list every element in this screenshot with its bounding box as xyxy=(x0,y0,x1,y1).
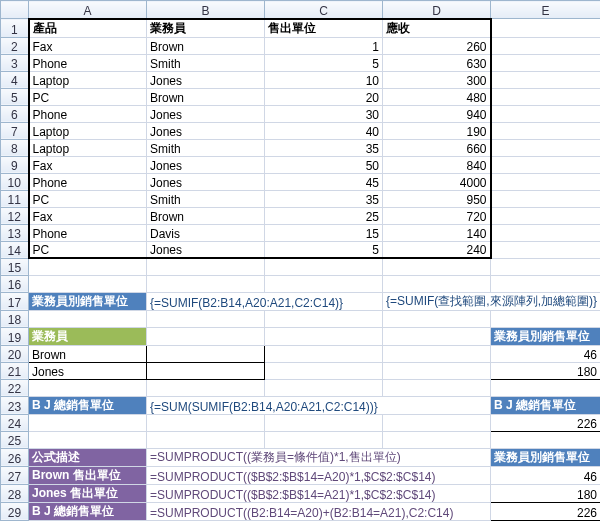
cell-E11[interactable] xyxy=(491,190,601,207)
cell-A3[interactable]: Phone xyxy=(29,54,147,71)
cell-C14[interactable]: 5 xyxy=(265,241,383,258)
cell-E6[interactable] xyxy=(491,105,601,122)
cell-E13[interactable] xyxy=(491,224,601,241)
row-27[interactable]: 27 xyxy=(1,466,29,484)
corner-cell[interactable] xyxy=(1,1,29,19)
row-29[interactable]: 29 xyxy=(1,502,29,520)
cell-B9[interactable]: Jones xyxy=(147,156,265,173)
cell-A29[interactable]: B J 總銷售單位 xyxy=(29,502,147,520)
cell-E27[interactable]: 46 xyxy=(491,466,601,484)
cell-C2[interactable]: 1 xyxy=(265,37,383,54)
row-28[interactable]: 28 xyxy=(1,484,29,502)
row-21[interactable]: 21 xyxy=(1,362,29,379)
cell-A6[interactable]: Phone xyxy=(29,105,147,122)
cell-D6[interactable]: 940 xyxy=(383,105,491,122)
cell-C4[interactable]: 10 xyxy=(265,71,383,88)
cell-A1[interactable]: 產品 xyxy=(29,19,147,38)
cell-E4[interactable] xyxy=(491,71,601,88)
col-A[interactable]: A xyxy=(29,1,147,19)
cell-A2[interactable]: Fax xyxy=(29,37,147,54)
cell-A10[interactable]: Phone xyxy=(29,173,147,190)
cell-B29[interactable]: =SUMPRODUCT((B2:B14=A20)+(B2:B14=A21),C2… xyxy=(147,502,491,520)
row-20[interactable]: 20 xyxy=(1,345,29,362)
cell-D8[interactable]: 660 xyxy=(383,139,491,156)
col-B[interactable]: B xyxy=(147,1,265,19)
cell-B3[interactable]: Smith xyxy=(147,54,265,71)
cell-C9[interactable]: 50 xyxy=(265,156,383,173)
cell-D1[interactable]: 應收 xyxy=(383,19,491,38)
cell-C11[interactable]: 35 xyxy=(265,190,383,207)
row-9[interactable]: 9 xyxy=(1,156,29,173)
row-5[interactable]: 5 xyxy=(1,88,29,105)
cell-D5[interactable]: 480 xyxy=(383,88,491,105)
cell-E8[interactable] xyxy=(491,139,601,156)
cell-E14[interactable] xyxy=(491,241,601,258)
spreadsheet-grid[interactable]: A B C D E 1 產品 業務員 售出單位 應收 2FaxBrown1260… xyxy=(0,0,600,521)
row-23[interactable]: 23 xyxy=(1,396,29,414)
row-2[interactable]: 2 xyxy=(1,37,29,54)
cell-B1[interactable]: 業務員 xyxy=(147,19,265,38)
cell-B8[interactable]: Smith xyxy=(147,139,265,156)
cell-E12[interactable] xyxy=(491,207,601,224)
cell-C6[interactable]: 30 xyxy=(265,105,383,122)
row-17[interactable]: 17 xyxy=(1,292,29,310)
row-4[interactable]: 4 xyxy=(1,71,29,88)
cell-A20[interactable]: Brown xyxy=(29,345,147,362)
cell-D11[interactable]: 950 xyxy=(383,190,491,207)
cell-E19[interactable]: 業務員別銷售單位 xyxy=(491,327,601,345)
cell-B4[interactable]: Jones xyxy=(147,71,265,88)
cell-E24[interactable]: 226 xyxy=(491,414,601,431)
row-16[interactable]: 16 xyxy=(1,275,29,292)
cell-C3[interactable]: 5 xyxy=(265,54,383,71)
cell-B7[interactable]: Jones xyxy=(147,122,265,139)
row-13[interactable]: 13 xyxy=(1,224,29,241)
cell-B2[interactable]: Brown xyxy=(147,37,265,54)
cell-C13[interactable]: 15 xyxy=(265,224,383,241)
cell-B6[interactable]: Jones xyxy=(147,105,265,122)
row-22[interactable]: 22 xyxy=(1,379,29,396)
cell-E2[interactable] xyxy=(491,37,601,54)
cell-E23[interactable]: B J 總銷售單位 xyxy=(491,396,601,414)
cell-C5[interactable]: 20 xyxy=(265,88,383,105)
cell-A26[interactable]: 公式描述 xyxy=(29,448,147,466)
row-26[interactable]: 26 xyxy=(1,448,29,466)
cell-B10[interactable]: Jones xyxy=(147,173,265,190)
cell-E3[interactable] xyxy=(491,54,601,71)
cell-D2[interactable]: 260 xyxy=(383,37,491,54)
row-7[interactable]: 7 xyxy=(1,122,29,139)
cell-A19[interactable]: 業務員 xyxy=(29,327,147,345)
cell-E1[interactable] xyxy=(491,19,601,38)
cell-B5[interactable]: Brown xyxy=(147,88,265,105)
cell-B28[interactable]: =SUMPRODUCT(($B$2:$B$14=A21)*1,$C$2:$C$1… xyxy=(147,484,491,502)
cell-D13[interactable]: 140 xyxy=(383,224,491,241)
cell-D7[interactable]: 190 xyxy=(383,122,491,139)
row-1[interactable]: 1 xyxy=(1,19,29,38)
cell-D12[interactable]: 720 xyxy=(383,207,491,224)
cell-D3[interactable]: 630 xyxy=(383,54,491,71)
cell-D10[interactable]: 4000 xyxy=(383,173,491,190)
cell-A21[interactable]: Jones xyxy=(29,362,147,379)
row-14[interactable]: 14 xyxy=(1,241,29,258)
cell-A12[interactable]: Fax xyxy=(29,207,147,224)
row-11[interactable]: 11 xyxy=(1,190,29,207)
cell-C1[interactable]: 售出單位 xyxy=(265,19,383,38)
cell-E10[interactable] xyxy=(491,173,601,190)
col-E[interactable]: E xyxy=(491,1,601,19)
row-10[interactable]: 10 xyxy=(1,173,29,190)
col-D[interactable]: D xyxy=(383,1,491,19)
cell-B14[interactable]: Jones xyxy=(147,241,265,258)
cell-B23[interactable]: {=SUM(SUMIF(B2:B14,A20:A21,C2:C14))} xyxy=(147,396,491,414)
cell-B27[interactable]: =SUMPRODUCT(($B$2:$B$14=A20)*1,$C$2:$C$1… xyxy=(147,466,491,484)
cell-C10[interactable]: 45 xyxy=(265,173,383,190)
row-25[interactable]: 25 xyxy=(1,431,29,448)
cell-A14[interactable]: PC xyxy=(29,241,147,258)
cell-A4[interactable]: Laptop xyxy=(29,71,147,88)
cell-C7[interactable]: 40 xyxy=(265,122,383,139)
cell-D4[interactable]: 300 xyxy=(383,71,491,88)
cell-A5[interactable]: PC xyxy=(29,88,147,105)
cell-A28[interactable]: Jones 售出單位 xyxy=(29,484,147,502)
cell-D9[interactable]: 840 xyxy=(383,156,491,173)
cell-A23[interactable]: B J 總銷售單位 xyxy=(29,396,147,414)
row-19[interactable]: 19 xyxy=(1,327,29,345)
row-18[interactable]: 18 xyxy=(1,310,29,327)
